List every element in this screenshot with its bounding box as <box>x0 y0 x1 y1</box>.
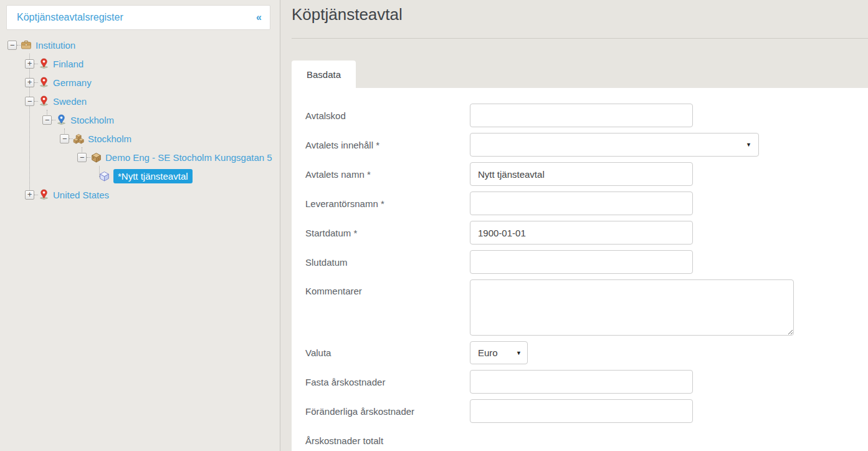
boxes-stack-icon <box>73 133 84 144</box>
field-slutdatum: Slutdatum <box>305 250 868 274</box>
valuta-select[interactable]: Euro ▼ <box>470 341 528 364</box>
field-leverantorsnamn: Leverantörsnamn * <box>305 192 868 215</box>
collapse-expander-icon[interactable]: − <box>77 153 87 162</box>
avtalskod-label: Avtalskod <box>305 110 470 121</box>
field-avtalets-innehall: Avtalets innehåll * ▼ <box>305 133 868 157</box>
tree-item-demo-eng[interactable]: − Demo Eng - SE Stocholm Kungsgatan 5 <box>77 148 280 167</box>
selected-value: Euro <box>478 347 498 358</box>
fasta-arskostnader-input[interactable] <box>470 370 693 394</box>
avtalets-namn-input[interactable] <box>470 162 693 186</box>
field-avtalskod: Avtalskod <box>305 104 868 127</box>
tree-item-label: Sweden <box>53 96 87 107</box>
collapse-expander-icon[interactable]: − <box>25 97 34 106</box>
tree-item-label: Germany <box>53 77 92 88</box>
field-fasta-arskostnader: Fasta årskostnader <box>305 370 868 394</box>
collapse-sidebar-icon[interactable]: « <box>256 12 261 23</box>
kommentarer-label: Kommentarer <box>305 279 470 296</box>
tree-item-label: Stockholm <box>88 133 131 144</box>
red-map-pin-icon <box>38 58 49 69</box>
main-content: Köptjänsteavtal Basdata Avtalskod Avtale… <box>281 0 868 451</box>
fasta-arskostnader-label: Fasta årskostnader <box>305 377 470 387</box>
leverantorsnamn-label: Leverantörsnamn * <box>305 198 470 209</box>
tree-item-stockholm-city[interactable]: − Stockholm <box>42 110 280 129</box>
sidebar-title: Köptjänsteavtalsregister <box>17 12 256 23</box>
foranderliga-arskostnader-label: Föränderliga årskostnader <box>305 406 470 417</box>
startdatum-label: Startdatum * <box>305 228 470 238</box>
tree-item-label: Finland <box>53 59 83 69</box>
tree-item-united-states[interactable]: + United States <box>25 185 280 204</box>
box-icon <box>90 152 102 163</box>
briefcase-icon <box>21 39 32 51</box>
field-avtalets-namn: Avtalets namn * <box>305 162 868 186</box>
avtalskod-input[interactable] <box>470 104 693 127</box>
navigation-tree: − Institution + <box>0 36 280 204</box>
expand-expander-icon[interactable]: + <box>25 59 34 69</box>
field-arskostnader-totalt: Årskostnader totalt <box>305 429 868 451</box>
field-kommentarer: Kommentarer <box>305 279 868 336</box>
cube-icon <box>98 170 110 182</box>
title-divider <box>292 38 868 39</box>
sidebar-header: Köptjänsteavtalsregister « <box>6 5 270 30</box>
sidebar-tree-panel: Köptjänsteavtalsregister « − Institution <box>0 0 280 451</box>
expand-expander-icon[interactable]: + <box>25 190 34 200</box>
tree-item-label-selected: *Nytt tjänsteavtal <box>113 169 193 183</box>
startdatum-input[interactable] <box>470 221 693 245</box>
page-title: Köptjänsteavtal <box>292 5 403 24</box>
field-valuta: Valuta Euro ▼ <box>305 341 868 364</box>
slutdatum-input[interactable] <box>470 250 693 274</box>
collapse-expander-icon[interactable]: − <box>42 115 52 125</box>
tree-item-germany[interactable]: + Germany <box>25 73 280 92</box>
tree-item-label: Stockholm <box>70 115 114 125</box>
tree-item-nytt-tjansteavtal[interactable]: *Nytt tjänsteavtal <box>98 167 280 185</box>
red-map-pin-icon <box>38 77 49 88</box>
kommentarer-textarea[interactable] <box>470 279 794 336</box>
tree-item-label: United States <box>53 190 109 200</box>
avtalets-namn-label: Avtalets namn * <box>305 169 470 180</box>
blue-map-pin-icon <box>55 114 67 125</box>
expand-expander-icon[interactable]: + <box>25 78 34 87</box>
tree-item-label: Demo Eng - SE Stocholm Kungsgatan 5 <box>105 152 272 163</box>
basdata-tab-panel: Avtalskod Avtalets innehåll * ▼ Avtalets… <box>292 88 868 451</box>
slutdatum-label: Slutdatum <box>305 257 470 268</box>
arskostnader-totalt-label: Årskostnader totalt <box>305 435 470 446</box>
foranderliga-arskostnader-input[interactable] <box>470 399 693 423</box>
tree-item-sweden[interactable]: − Sweden <box>25 92 280 110</box>
field-foranderliga-arskostnader: Föränderliga årskostnader <box>305 399 868 423</box>
tree-item-finland[interactable]: + Finland <box>25 54 280 73</box>
tab-basdata[interactable]: Basdata <box>292 61 356 88</box>
leverantorsnamn-input[interactable] <box>470 192 693 215</box>
field-startdatum: Startdatum * <box>305 221 868 245</box>
tree-item-label: Institution <box>36 40 75 51</box>
valuta-label: Valuta <box>305 347 470 358</box>
tree-item-stockholm-site[interactable]: − <box>60 129 280 148</box>
chevron-down-icon: ▼ <box>516 350 522 356</box>
collapse-expander-icon[interactable]: − <box>60 134 69 143</box>
avtalets-innehall-select[interactable]: ▼ <box>470 133 759 157</box>
collapse-expander-icon[interactable]: − <box>7 41 17 50</box>
chevron-down-icon: ▼ <box>746 142 751 148</box>
red-map-pin-icon <box>38 95 49 107</box>
red-map-pin-icon <box>38 189 49 200</box>
tree-item-institution[interactable]: − Institution <box>7 36 280 54</box>
avtalets-innehall-label: Avtalets innehåll * <box>305 140 470 150</box>
